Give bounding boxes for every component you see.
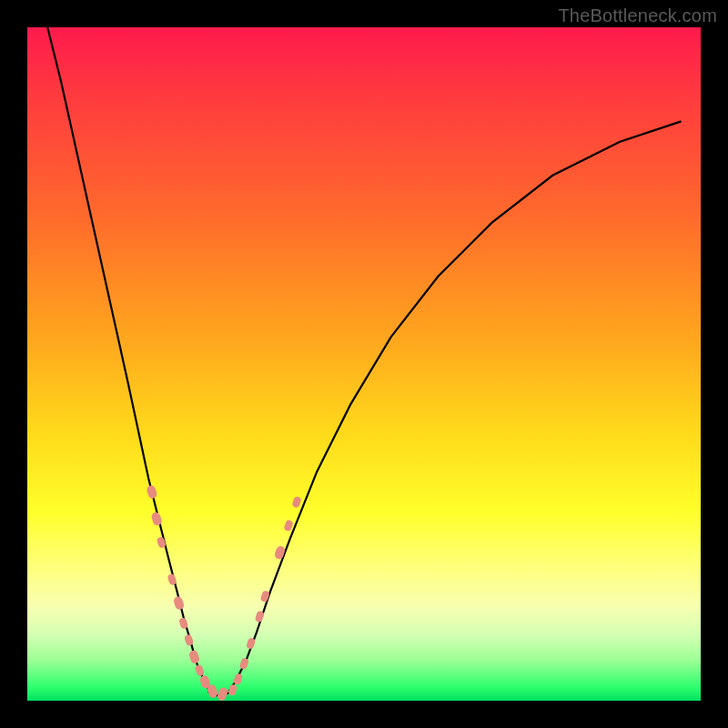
bottleneck-curve [47, 27, 681, 695]
watermark-text: TheBottleneck.com [558, 5, 717, 26]
data-marker [291, 496, 301, 509]
data-marker [184, 633, 194, 646]
curve-svg [27, 27, 701, 701]
chart-frame: TheBottleneck.com [0, 0, 728, 728]
data-marker [228, 683, 238, 696]
marker-layer [146, 484, 302, 702]
data-marker [146, 484, 158, 500]
plot-area [27, 27, 701, 701]
data-marker [188, 650, 201, 665]
data-marker [283, 520, 293, 532]
data-marker [217, 686, 229, 702]
data-marker [274, 545, 287, 561]
data-marker [260, 590, 270, 602]
data-marker [195, 664, 205, 677]
data-marker [239, 657, 249, 670]
data-marker [173, 595, 186, 611]
